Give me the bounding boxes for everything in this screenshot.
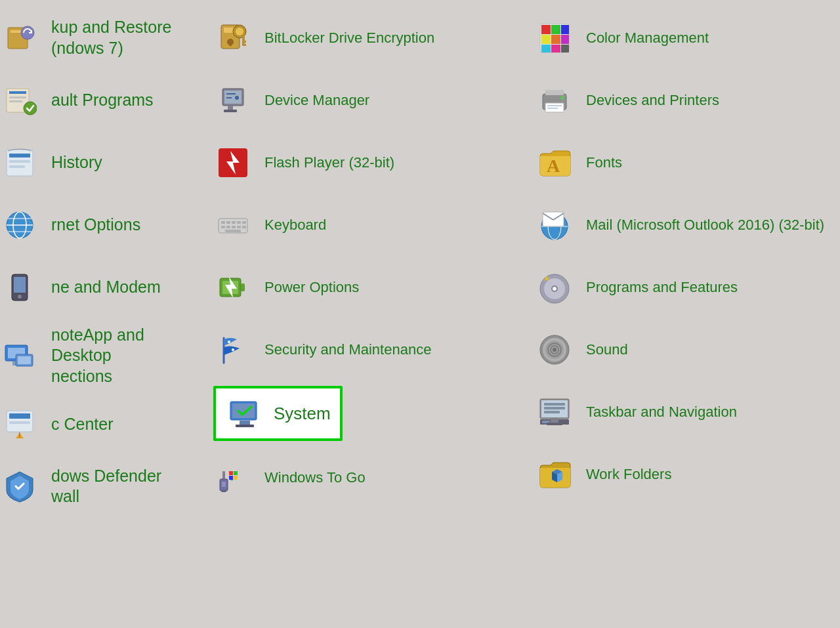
item-remoteapp[interactable]: noteApp and Desktopnections — [0, 318, 203, 393]
devices-printers-icon — [535, 81, 574, 120]
svg-point-104 — [553, 287, 556, 291]
svg-rect-56 — [225, 230, 241, 232]
svg-rect-76 — [229, 476, 233, 480]
security-maintenance-label: Security and Maintenance — [264, 341, 431, 359]
item-history[interactable]: History — [0, 131, 203, 194]
svg-text:A: A — [547, 156, 560, 176]
svg-rect-70 — [236, 425, 254, 427]
item-taskbar-navigation[interactable]: Taskbar and Navigation — [525, 381, 840, 443]
svg-rect-55 — [226, 226, 230, 228]
security-maintenance-icon — [213, 330, 253, 369]
item-work-folders[interactable]: Work Folders — [525, 443, 840, 505]
svg-rect-74 — [229, 471, 233, 475]
svg-rect-11 — [9, 165, 25, 168]
svg-rect-93 — [547, 105, 562, 106]
svg-rect-18 — [14, 277, 26, 293]
item-system[interactable]: System — [203, 381, 525, 446]
svg-rect-68 — [232, 404, 255, 418]
windows-defender-label: dows Defenderwall — [51, 466, 161, 507]
svg-rect-27 — [9, 421, 30, 424]
item-windows-to-go[interactable]: Windows To Go — [203, 446, 525, 509]
svg-point-19 — [18, 295, 22, 299]
svg-rect-89 — [561, 45, 569, 52]
item-keyboard[interactable]: Keyboard — [203, 194, 525, 256]
system-highlight-box: System — [213, 386, 343, 441]
backup-icon — [0, 18, 39, 58]
device-manager-icon — [213, 81, 253, 120]
svg-rect-10 — [9, 160, 30, 163]
item-flash-player[interactable]: Flash Player (32-bit) — [203, 131, 525, 194]
svg-rect-77 — [234, 476, 238, 480]
svg-rect-82 — [551, 25, 560, 34]
svg-rect-116 — [544, 411, 560, 413]
item-security-maintenance[interactable]: Security and Maintenance — [203, 318, 525, 381]
svg-rect-58 — [237, 226, 241, 228]
phone-modem-icon — [0, 268, 39, 307]
item-color-management[interactable]: Color Management — [525, 7, 840, 69]
item-devices-printers[interactable]: Devices and Printers — [525, 69, 840, 131]
control-panel-grid: kup and Restore(ndows 7) ault Programs — [0, 0, 840, 628]
svg-rect-54 — [221, 226, 225, 228]
item-device-manager[interactable]: Device Manager — [203, 69, 525, 131]
svg-rect-88 — [551, 45, 560, 52]
work-folders-label: Work Folders — [586, 465, 671, 484]
svg-rect-24 — [18, 356, 31, 364]
item-internet-options[interactable]: rnet Options — [0, 194, 203, 256]
programs-features-icon — [535, 268, 574, 307]
item-fonts[interactable]: A Fonts — [525, 131, 840, 194]
item-action-center[interactable]: ! c Center — [0, 393, 203, 455]
item-phone-modem[interactable]: ne and Modem — [0, 256, 203, 318]
devices-printers-label: Devices and Printers — [586, 91, 719, 110]
svg-point-66 — [232, 348, 234, 351]
color-management-icon — [535, 18, 574, 58]
svg-rect-50 — [226, 221, 230, 224]
svg-rect-119 — [551, 419, 558, 423]
svg-rect-53 — [242, 221, 246, 224]
internet-options-label: rnet Options — [51, 215, 140, 235]
column-left: kup and Restore(ndows 7) ault Programs — [0, 0, 203, 628]
column-middle: BitLocker Drive Encryption Device Manage… — [203, 0, 525, 628]
windows-to-go-label: Windows To Go — [264, 469, 366, 487]
svg-rect-61 — [241, 283, 245, 291]
keyboard-icon — [213, 205, 253, 245]
item-programs-features[interactable]: Programs and Features — [525, 256, 840, 318]
svg-rect-100 — [543, 212, 564, 226]
svg-rect-87 — [541, 45, 551, 52]
svg-rect-120 — [547, 423, 562, 425]
svg-rect-86 — [561, 35, 569, 44]
item-sound[interactable]: Sound — [525, 318, 840, 381]
svg-rect-59 — [242, 226, 246, 228]
svg-point-111 — [553, 348, 556, 352]
sound-icon — [535, 330, 574, 369]
power-options-icon — [213, 268, 253, 307]
mail-label: Mail (Microsoft Outlook 2016) (32-bit) — [586, 216, 824, 234]
item-bitlocker[interactable]: BitLocker Drive Encryption — [203, 7, 525, 69]
svg-rect-52 — [237, 221, 241, 224]
svg-point-35 — [236, 28, 243, 35]
fonts-label: Fonts — [586, 154, 622, 172]
item-power-options[interactable]: Power Options — [203, 256, 525, 318]
flash-player-icon — [213, 143, 253, 182]
fonts-icon: A — [535, 143, 574, 182]
svg-rect-38 — [242, 44, 246, 46]
svg-rect-37 — [242, 41, 246, 43]
svg-rect-94 — [547, 108, 558, 109]
svg-rect-84 — [541, 35, 551, 44]
svg-rect-85 — [551, 35, 560, 44]
item-default-programs[interactable]: ault Programs — [0, 69, 203, 131]
svg-rect-26 — [9, 413, 30, 419]
item-backup-restore[interactable]: kup and Restore(ndows 7) — [0, 7, 203, 69]
item-windows-defender[interactable]: dows Defenderwall — [0, 455, 203, 518]
backup-restore-label: kup and Restore(ndows 7) — [51, 17, 171, 58]
svg-rect-69 — [240, 421, 250, 425]
svg-rect-49 — [221, 221, 225, 224]
svg-rect-83 — [561, 25, 569, 34]
remoteapp-icon — [0, 336, 39, 375]
bitlocker-icon — [213, 18, 253, 58]
svg-rect-57 — [232, 226, 236, 228]
programs-features-label: Programs and Features — [586, 278, 738, 297]
system-icon — [225, 394, 264, 433]
taskbar-navigation-icon — [535, 392, 574, 432]
work-folders-icon — [535, 455, 574, 494]
item-mail[interactable]: Mail (Microsoft Outlook 2016) (32-bit) — [525, 194, 840, 256]
